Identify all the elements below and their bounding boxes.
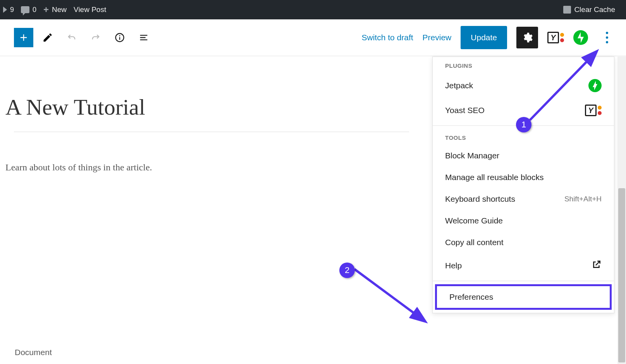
- menu-item-jetpack[interactable]: Jetpack: [433, 73, 614, 98]
- switch-to-draft-link[interactable]: Switch to draft: [362, 33, 413, 42]
- editor-toolbar: Switch to draft Preview Update Y: [0, 19, 626, 56]
- menu-item-label: Copy all content: [445, 238, 504, 247]
- outline-button[interactable]: [134, 28, 153, 47]
- plus-icon: [18, 32, 29, 43]
- annotation-badge-1: 1: [516, 117, 531, 132]
- scrollbar-track[interactable]: [617, 57, 626, 364]
- menu-item-keyboard-shortcuts[interactable]: Keyboard shortcuts Shift+Alt+H: [433, 188, 614, 210]
- chevron-right-icon: [3, 7, 7, 13]
- admin-bar: 9 0 + New View Post Clear Cache: [0, 0, 626, 19]
- svg-point-1: [119, 35, 120, 36]
- cache-icon: [563, 6, 571, 14]
- redo-icon: [90, 32, 101, 43]
- menu-item-help[interactable]: Help: [433, 253, 614, 278]
- menu-item-label: Jetpack: [445, 81, 473, 90]
- undo-button[interactable]: [62, 28, 81, 47]
- list-icon: [138, 32, 149, 43]
- new-label: New: [52, 5, 67, 14]
- menu-item-reusable-blocks[interactable]: Manage all reusable blocks: [433, 167, 614, 188]
- updates-indicator[interactable]: 9: [3, 6, 14, 14]
- yoast-status-dots: [560, 33, 564, 42]
- more-vertical-icon: [606, 32, 608, 43]
- preview-link[interactable]: Preview: [423, 33, 452, 42]
- menu-item-welcome-guide[interactable]: Welcome Guide: [433, 210, 614, 232]
- menu-item-label: Help: [445, 261, 462, 270]
- svg-line-5: [354, 269, 424, 321]
- gear-icon: [521, 32, 533, 43]
- redo-button[interactable]: [86, 28, 105, 47]
- edit-mode-button[interactable]: [38, 28, 57, 47]
- jetpack-icon: [588, 79, 602, 92]
- yoast-logo-icon: Y: [547, 32, 559, 43]
- settings-button[interactable]: [516, 27, 538, 48]
- jetpack-button[interactable]: [573, 30, 588, 45]
- info-icon: [114, 32, 125, 43]
- updates-count: 9: [10, 6, 14, 14]
- comments-link[interactable]: 0: [21, 6, 36, 14]
- menu-item-label: Yoast SEO: [445, 106, 485, 115]
- details-button[interactable]: [110, 28, 129, 47]
- comments-count: 0: [33, 6, 36, 14]
- add-block-button[interactable]: [14, 28, 33, 47]
- menu-item-label: Preferences: [449, 292, 493, 302]
- plugins-section-header: PLUGINS: [433, 57, 614, 73]
- annotation-badge-2: 2: [339, 263, 355, 278]
- preferences-highlight: Preferences: [435, 284, 612, 310]
- scrollbar-thumb[interactable]: [618, 188, 625, 362]
- yoast-button[interactable]: Y: [547, 32, 564, 43]
- options-dropdown: PLUGINS Jetpack Yoast SEO Y TOOLS Block …: [432, 57, 614, 313]
- menu-divider: [433, 281, 614, 281]
- new-content-link[interactable]: + New: [43, 4, 67, 15]
- menu-item-label: Welcome Guide: [445, 216, 503, 225]
- menu-item-label: Keyboard shortcuts: [445, 194, 515, 204]
- menu-item-copy-all[interactable]: Copy all content: [433, 232, 614, 253]
- menu-item-preferences[interactable]: Preferences: [437, 286, 610, 308]
- menu-item-label: Block Manager: [445, 151, 499, 160]
- pencil-icon: [42, 32, 53, 43]
- menu-shortcut: Shift+Alt+H: [564, 195, 602, 203]
- plus-icon: +: [43, 4, 49, 15]
- comment-icon: [21, 6, 29, 13]
- menu-item-block-manager[interactable]: Block Manager: [433, 145, 614, 167]
- undo-icon: [66, 32, 77, 43]
- yoast-icon: Y: [585, 105, 602, 116]
- annotation-arrow-2: [349, 263, 434, 325]
- clear-cache-link[interactable]: Clear Cache: [563, 5, 615, 14]
- clear-cache-label: Clear Cache: [574, 5, 615, 14]
- external-link-icon: [592, 259, 602, 271]
- more-options-button[interactable]: [597, 28, 617, 47]
- menu-item-label: Manage all reusable blocks: [445, 173, 543, 182]
- document-tab[interactable]: Document: [0, 341, 67, 364]
- view-post-link[interactable]: View Post: [74, 5, 106, 14]
- update-button[interactable]: Update: [461, 26, 507, 49]
